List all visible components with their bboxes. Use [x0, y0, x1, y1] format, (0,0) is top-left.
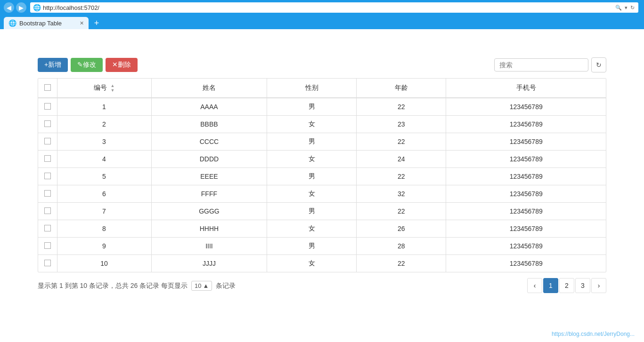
row-gender-9: 女: [267, 255, 357, 272]
watermark: https://blog.csdn.net/JerryDong...: [552, 331, 635, 337]
refresh-button[interactable]: ↻: [591, 57, 606, 72]
row-checkbox-6[interactable]: [44, 207, 51, 214]
row-name-8: IIII: [151, 238, 267, 255]
row-checkbox-2[interactable]: [44, 138, 51, 144]
next-page-button[interactable]: ›: [591, 278, 606, 293]
search-input[interactable]: [494, 58, 588, 72]
row-phone-4: 123456789: [446, 168, 606, 185]
row-name-0: AAAA: [151, 98, 267, 116]
page-button-2[interactable]: 2: [559, 278, 574, 293]
row-checkbox-5[interactable]: [44, 190, 51, 197]
row-check-0: [38, 98, 57, 116]
table-row: 10 JJJJ 女 22 123456789: [38, 255, 606, 272]
row-phone-0: 123456789: [446, 98, 606, 116]
row-checkbox-9[interactable]: [44, 260, 51, 266]
row-phone-7: 123456789: [446, 220, 606, 238]
row-checkbox-4[interactable]: [44, 173, 51, 179]
table-row: 8 HHHH 女 26 123456789: [38, 220, 606, 238]
row-age-0: 22: [357, 98, 446, 116]
header-gender: 性别: [267, 79, 357, 98]
row-age-7: 26: [357, 220, 446, 238]
row-check-2: [38, 133, 57, 151]
row-checkbox-1[interactable]: [44, 120, 51, 127]
row-check-4: [38, 168, 57, 185]
row-age-6: 22: [357, 203, 446, 220]
row-age-3: 24: [357, 151, 446, 168]
sort-arrows[interactable]: ▲▼: [110, 83, 114, 93]
per-page-value: 10: [195, 282, 201, 289]
row-id-2: 3: [57, 133, 151, 151]
row-id-8: 9: [57, 238, 151, 255]
row-gender-2: 男: [267, 133, 357, 151]
row-name-3: DDDD: [151, 151, 267, 168]
prev-page-button[interactable]: ‹: [527, 278, 542, 293]
row-phone-3: 123456789: [446, 151, 606, 168]
table-row: 1 AAAA 男 22 123456789: [38, 98, 606, 116]
row-gender-6: 男: [267, 203, 357, 220]
table-row: 4 DDDD 女 24 123456789: [38, 151, 606, 168]
row-name-7: HHHH: [151, 220, 267, 238]
select-all-checkbox[interactable]: [44, 84, 51, 91]
active-tab[interactable]: 🌐 Bootstrap Table ✕: [4, 17, 89, 29]
browser-chrome: ◀ ▶ 🌐 http://localhost:5702/ 🔍 ▾ ↻ 🌐 Boo…: [0, 0, 644, 29]
toolbar-left: +新增 ✎修改 ✕删除: [38, 58, 138, 72]
row-phone-8: 123456789: [446, 238, 606, 255]
header-id: 编号 ▲▼: [57, 79, 151, 98]
page-button-3[interactable]: 3: [575, 278, 590, 293]
row-gender-1: 女: [267, 116, 357, 133]
edit-button[interactable]: ✎修改: [71, 58, 103, 72]
header-check: [38, 79, 57, 98]
row-check-5: [38, 185, 57, 203]
row-check-1: [38, 116, 57, 133]
address-search-icon[interactable]: 🔍: [614, 5, 623, 11]
row-age-5: 32: [357, 185, 446, 203]
table-row: 3 CCCC 男 22 123456789: [38, 133, 606, 151]
table-footer: 显示第 1 到第 10 条记录，总共 26 条记录 每页显示 10 ▲ 条记录 …: [38, 278, 606, 293]
table-row: 6 FFFF 女 32 123456789: [38, 185, 606, 203]
row-phone-6: 123456789: [446, 203, 606, 220]
pagination: ‹ 1 2 3 ›: [527, 278, 606, 293]
add-button[interactable]: +新增: [38, 58, 68, 72]
address-refresh-icon[interactable]: ↻: [629, 5, 636, 11]
browser-nav: ◀ ▶ 🌐 http://localhost:5702/ 🔍 ▾ ↻: [0, 0, 644, 15]
header-name: 姓名: [151, 79, 267, 98]
row-checkbox-0[interactable]: [44, 103, 51, 110]
row-phone-2: 123456789: [446, 133, 606, 151]
table-row: 7 GGGG 男 22 123456789: [38, 203, 606, 220]
row-id-5: 6: [57, 185, 151, 203]
page-content: +新增 ✎修改 ✕删除 ↻ 编号 ▲▼ 姓名 性别: [0, 29, 644, 342]
row-name-5: FFFF: [151, 185, 267, 203]
table-row: 5 EEEE 男 22 123456789: [38, 168, 606, 185]
back-button[interactable]: ◀: [4, 2, 14, 13]
address-actions: 🔍 ▾ ↻: [614, 5, 636, 11]
row-age-1: 23: [357, 116, 446, 133]
row-gender-8: 男: [267, 238, 357, 255]
row-age-8: 28: [357, 238, 446, 255]
data-table-wrapper: 编号 ▲▼ 姓名 性别 年龄 手机号 1 AAAA 男 22 123456789…: [38, 78, 606, 272]
row-check-3: [38, 151, 57, 168]
page-button-1[interactable]: 1: [543, 278, 558, 293]
row-check-7: [38, 220, 57, 238]
row-gender-3: 女: [267, 151, 357, 168]
forward-button[interactable]: ▶: [16, 2, 26, 13]
tab-close-button[interactable]: ✕: [80, 20, 84, 26]
row-id-7: 8: [57, 220, 151, 238]
row-id-3: 4: [57, 151, 151, 168]
row-gender-4: 男: [267, 168, 357, 185]
row-id-0: 1: [57, 98, 151, 116]
row-phone-1: 123456789: [446, 116, 606, 133]
row-check-9: [38, 255, 57, 272]
new-tab-button[interactable]: +: [90, 17, 103, 29]
row-checkbox-7[interactable]: [44, 225, 51, 231]
row-name-4: EEEE: [151, 168, 267, 185]
row-checkbox-3[interactable]: [44, 155, 51, 162]
row-id-1: 2: [57, 116, 151, 133]
row-checkbox-8[interactable]: [44, 242, 51, 249]
per-page-select[interactable]: 10 ▲: [191, 281, 212, 291]
table-row: 2 BBBB 女 23 123456789: [38, 116, 606, 133]
table-body: 1 AAAA 男 22 123456789 2 BBBB 女 23 123456…: [38, 98, 606, 272]
address-text[interactable]: http://localhost:5702/: [43, 4, 612, 11]
row-name-2: CCCC: [151, 133, 267, 151]
delete-button[interactable]: ✕删除: [106, 58, 138, 72]
tabs-bar: 🌐 Bootstrap Table ✕ +: [0, 15, 644, 29]
